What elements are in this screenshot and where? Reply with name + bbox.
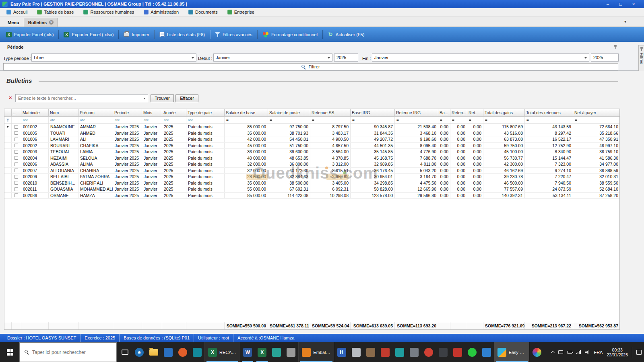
display-icon[interactable]	[558, 350, 563, 354]
toolbar-exporter-excel-button[interactable]: Exporter Excel (.xls)	[2, 29, 57, 40]
table-row[interactable]: 002003TEBOUAILAMIAJanvier 2025Janvier202…	[4, 149, 619, 155]
volume-icon[interactable]	[585, 350, 590, 354]
language-indicator[interactable]: FRA	[594, 350, 603, 355]
column-header-retenue-ss[interactable]: Retenue SS	[310, 109, 351, 116]
taskbar-emballage[interactable]: Emballage...	[298, 342, 334, 362]
row-checkbox[interactable]	[14, 150, 18, 154]
filter-cell-numeric[interactable]: =	[525, 117, 573, 123]
column-header-ba[interactable]: Ba...	[438, 109, 450, 116]
filter-cell-empty[interactable]	[12, 117, 21, 123]
tab-bulletins[interactable]: Bulletins	[24, 18, 58, 27]
menu-item-acceuil[interactable]: Acceuil	[2, 8, 32, 16]
taskbar-easy-paie[interactable]: Easy Paie ...	[494, 342, 530, 362]
toolbar-actualiser-button[interactable]: Actualiser (F5)	[324, 29, 368, 40]
column-header-nom[interactable]: Nom	[49, 109, 78, 116]
taskbar-firefox[interactable]	[175, 342, 190, 362]
filter-cell-text[interactable]: abc	[78, 117, 113, 123]
filter-cell-numeric[interactable]: =	[395, 117, 438, 123]
column-header-net-a-payer[interactable]: Net à payer	[573, 109, 620, 116]
taskbar-app-brown[interactable]	[363, 342, 378, 362]
taskbar-app-blue-1[interactable]	[161, 342, 175, 362]
taskbar-excel[interactable]: X	[255, 342, 269, 362]
filter-cell-numeric[interactable]: =	[483, 117, 525, 123]
tab-close-icon[interactable]	[49, 20, 54, 25]
menu-item-ressources-humaines[interactable]: Ressources humaines	[78, 8, 139, 16]
close-button[interactable]: ×	[627, 0, 640, 8]
column-header-reten[interactable]: Reten...	[450, 109, 467, 116]
row-checkbox[interactable]	[14, 175, 18, 179]
column-header-annee[interactable]: Année	[162, 109, 186, 116]
column-header-salaire-de-base[interactable]: Salaire de base	[225, 109, 268, 116]
column-header-total-des-retenues[interactable]: Total des retenues	[525, 109, 573, 116]
filter-cell-text[interactable]: abc	[186, 117, 225, 123]
filter-cell-numeric[interactable]: =	[268, 117, 310, 123]
row-checkbox[interactable]	[14, 187, 18, 191]
column-header-salaire-de-poste[interactable]: Salaire de poste	[268, 109, 310, 116]
taskbar-word[interactable]: W	[240, 342, 255, 362]
taskbar-search-input[interactable]	[32, 350, 105, 355]
network-icon[interactable]	[576, 350, 581, 354]
taskbar-app-teal-3[interactable]	[392, 342, 407, 362]
taskbar-app-gray-3[interactable]	[407, 342, 421, 362]
filter-cell-text[interactable]: abc	[113, 117, 142, 123]
filter-cell-numeric[interactable]: =	[310, 117, 351, 123]
filter-cell-numeric[interactable]: =	[467, 117, 483, 123]
taskbar-clock[interactable]: 00:33 22/01/2025	[607, 348, 628, 357]
clear-button[interactable]: Effacer	[175, 94, 198, 102]
taskbar-edge[interactable]: e	[132, 342, 147, 362]
row-checkbox[interactable]	[14, 193, 18, 197]
column-header-prenom[interactable]: Prénom	[78, 109, 113, 116]
find-button[interactable]: Trouver	[151, 94, 174, 102]
toolbar-exporter-excel-button[interactable]: Exporter Excel (.xlsx)	[60, 29, 117, 40]
column-header-total-des-gains[interactable]: Total des gains	[483, 109, 525, 116]
fin-month-select[interactable]: Janvier	[372, 53, 589, 62]
battery-icon[interactable]	[567, 351, 572, 354]
table-row[interactable]: 001006LAHMARIALIJanvier 2025Janvier2025P…	[4, 136, 619, 143]
filter-cell-numeric[interactable]: =	[573, 117, 620, 123]
filter-cell-text[interactable]: abc	[21, 117, 49, 123]
table-row[interactable]: 002009BELLAIBIFATMA ZOHRAJanvier 2025Jan…	[4, 174, 619, 180]
menu-item-administration[interactable]: Administration	[139, 8, 184, 16]
table-row[interactable]: 002002BOURARICHAFIKAJanvier 2025Janvier2…	[4, 143, 619, 149]
table-row[interactable]: 002086OSMANEHAMZAJanvier 2025Janvier2025…	[4, 193, 619, 199]
menu-item-tables-de-base[interactable]: Tables de base	[32, 8, 78, 16]
filter-cell-text[interactable]: abc	[162, 117, 186, 123]
taskbar-app-red-circle[interactable]	[421, 342, 436, 362]
tab-menu[interactable]: Menu	[3, 18, 24, 27]
row-checkbox[interactable]	[14, 169, 18, 172]
taskbar-vscode[interactable]	[479, 342, 494, 362]
clear-search-icon[interactable]: ×	[9, 95, 12, 101]
column-header-indicator[interactable]	[4, 109, 12, 116]
filter-cell-numeric[interactable]: =	[450, 117, 467, 123]
row-checkbox[interactable]	[14, 131, 18, 135]
type-periode-select[interactable]: Libre	[31, 53, 196, 62]
taskbar-app-teal-1[interactable]	[190, 342, 204, 362]
table-row[interactable]: 002010BENSEBIH...CHERIF ALIJanvier 2025J…	[4, 180, 619, 187]
table-row[interactable]: 002006ABASSIAALIMAJanvier 2025Janvier202…	[4, 161, 619, 168]
table-row[interactable]: 001005TOUATIAHMEDJanvier 2025Janvier2025…	[4, 130, 619, 137]
tray-overflow-chevron-icon[interactable]	[551, 351, 555, 355]
taskbar-whatsapp[interactable]	[465, 342, 479, 362]
column-header-type-de-paie[interactable]: Type de paie	[186, 109, 225, 116]
filtrer-button[interactable]: Filtrer	[3, 63, 618, 70]
column-header-options[interactable]: ...	[12, 109, 21, 116]
taskbar-app-red-1[interactable]	[378, 342, 392, 362]
filter-cell-numeric[interactable]: =	[438, 117, 450, 123]
tab-overflow-chevron-icon[interactable]: ▾	[624, 19, 626, 24]
menu-item-entreprise[interactable]: Entreprise	[223, 8, 259, 16]
taskbar-app-teal-2[interactable]	[269, 342, 284, 362]
row-checkbox[interactable]	[14, 162, 18, 166]
taskbar-app-gray-1[interactable]	[284, 342, 298, 362]
fin-year-input[interactable]	[591, 53, 619, 62]
toolbar-imprimer-button[interactable]: Imprimer	[120, 29, 153, 40]
start-button[interactable]	[0, 342, 19, 362]
column-header-ret[interactable]: Ret...	[467, 109, 483, 116]
table-row[interactable]: 002004HEZAIMISELOUAJanvier 2025Janvier20…	[4, 155, 619, 162]
column-header-base-irg[interactable]: Base IRG	[351, 109, 395, 116]
filter-cell-numeric[interactable]: =	[351, 117, 395, 123]
table-row[interactable]: 001002NAAMOUNEAMMARJanvier 2025Janvier20…	[4, 124, 619, 130]
debut-year-input[interactable]	[334, 53, 358, 62]
column-header-retenue-irg[interactable]: Retenue IRG	[395, 109, 438, 116]
taskbar-app-red-2[interactable]	[450, 342, 465, 362]
taskbar-app-gray-2[interactable]	[349, 342, 363, 362]
